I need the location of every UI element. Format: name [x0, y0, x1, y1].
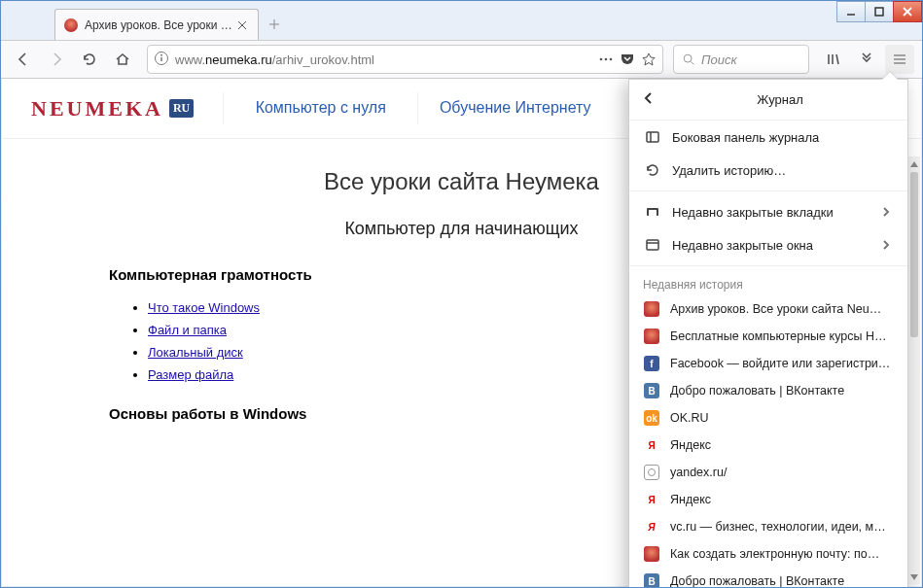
- search-placeholder: Поиск: [701, 52, 737, 67]
- content-link[interactable]: Размер файла: [148, 367, 233, 382]
- back-button[interactable]: [9, 45, 38, 74]
- nav-item-computer[interactable]: Компьютер с нуля: [223, 92, 417, 124]
- vertical-scrollbar[interactable]: [907, 156, 920, 585]
- favicon: ok: [643, 410, 660, 426]
- nav-item-internet[interactable]: Обучение Интернету: [417, 92, 612, 124]
- favicon: [643, 465, 660, 480]
- home-button[interactable]: [108, 45, 137, 74]
- scroll-down-icon[interactable]: [908, 570, 920, 585]
- favicon: [643, 329, 660, 344]
- history-sidebar-item[interactable]: Боковая панель журнала: [629, 121, 907, 154]
- app-menu-button[interactable]: [885, 45, 914, 74]
- history-panel: Журнал Боковая панель журнала Удалить ис…: [628, 79, 908, 588]
- svg-point-12: [605, 58, 608, 61]
- svg-point-13: [610, 58, 613, 61]
- library-button[interactable]: [819, 45, 848, 74]
- navigation-toolbar: www.neumeka.ru/arhiv_urokov.html Поиск: [1, 40, 922, 79]
- history-entry[interactable]: BДобро пожаловать | ВКонтакте: [629, 377, 907, 404]
- recently-closed-windows[interactable]: Недавно закрытые окна: [629, 228, 907, 261]
- overflow-button[interactable]: [852, 45, 881, 74]
- svg-rect-1: [875, 8, 883, 16]
- history-entry[interactable]: ЯЯндекс: [629, 432, 907, 459]
- browser-window: Архив уроков. Все уроки сайт www.neumeka…: [0, 0, 923, 588]
- site-logo[interactable]: NEUMEKA RU: [2, 96, 223, 121]
- separator: [629, 265, 907, 266]
- svg-rect-28: [649, 210, 657, 216]
- favicon: B: [643, 383, 660, 398]
- scroll-up-icon[interactable]: [908, 156, 920, 172]
- clear-history-item[interactable]: Удалить историю…: [629, 154, 907, 187]
- svg-point-11: [600, 58, 603, 61]
- svg-point-15: [684, 54, 692, 62]
- svg-marker-23: [910, 161, 918, 167]
- history-entry[interactable]: Бесплатные компьютерные курсы Н…: [629, 323, 907, 350]
- site-info-icon[interactable]: [154, 51, 169, 69]
- active-tab[interactable]: Архив уроков. Все уроки сайт: [54, 9, 259, 40]
- address-bar[interactable]: www.neumeka.ru/arhiv_urokov.html: [147, 45, 663, 74]
- new-tab-button[interactable]: [259, 9, 290, 40]
- forward-button[interactable]: [42, 45, 71, 74]
- bookmark-star-icon[interactable]: [641, 52, 657, 67]
- chevron-right-icon: [880, 239, 894, 251]
- separator: [629, 190, 907, 191]
- favicon: Я: [643, 437, 660, 453]
- favicon: Я: [643, 519, 660, 535]
- svg-line-19: [836, 54, 838, 64]
- history-entry[interactable]: Яvc.ru — бизнес, технологии, идеи, м…: [629, 513, 907, 540]
- svg-line-16: [692, 62, 694, 65]
- panel-back-button[interactable]: [641, 90, 664, 109]
- clock-back-icon: [643, 162, 662, 178]
- tab-favicon: [63, 17, 79, 33]
- history-entry[interactable]: fFacebook — войдите или зарегистри…: [629, 350, 907, 377]
- recently-closed-tabs[interactable]: Недавно закрытые вкладки: [629, 195, 907, 228]
- content-link[interactable]: Файл и папка: [148, 323, 227, 337]
- logo-badge: RU: [169, 99, 194, 118]
- chevron-right-icon: [880, 206, 894, 218]
- history-entry[interactable]: okOK.RU: [629, 404, 907, 432]
- tab-title: Архив уроков. Все уроки сайт: [85, 18, 234, 32]
- reload-button[interactable]: [75, 45, 104, 74]
- panel-title: Журнал: [664, 92, 896, 107]
- favicon: Я: [643, 492, 660, 507]
- history-entry[interactable]: ЯЯндекс: [629, 486, 907, 513]
- favicon: [643, 546, 660, 562]
- history-entry[interactable]: Как создать электронную почту: по…: [629, 540, 907, 568]
- minimize-button[interactable]: [836, 1, 866, 22]
- tab-bar: Архив уроков. Все уроки сайт: [1, 1, 922, 40]
- svg-point-10: [160, 53, 162, 55]
- svg-marker-14: [643, 53, 655, 65]
- tab-icon: [643, 204, 662, 220]
- window-controls: [837, 1, 922, 22]
- pocket-icon[interactable]: [620, 52, 635, 67]
- history-entry[interactable]: Архив уроков. Все уроки сайта Neu…: [629, 295, 907, 323]
- history-entry[interactable]: yandex.ru/: [629, 459, 907, 486]
- favicon: [643, 301, 660, 317]
- svg-rect-25: [647, 132, 658, 142]
- svg-rect-29: [647, 240, 658, 250]
- sidebar-icon: [643, 129, 662, 145]
- history-entry[interactable]: BДобро пожаловать | ВКонтакте: [629, 568, 907, 588]
- scrollbar-thumb[interactable]: [910, 172, 918, 337]
- history-panel-header: Журнал: [629, 80, 907, 121]
- tab-close-icon[interactable]: [234, 19, 250, 31]
- favicon: f: [643, 356, 660, 371]
- url-text: www.neumeka.ru/arhiv_urokov.html: [175, 52, 598, 67]
- window-icon: [643, 237, 662, 253]
- maximize-button[interactable]: [865, 1, 894, 22]
- recent-history-header: Недавняя история: [629, 270, 907, 295]
- content-link[interactable]: Что такое Windows: [148, 300, 260, 315]
- svg-marker-24: [910, 574, 918, 580]
- content-link[interactable]: Локальный диск: [148, 345, 243, 360]
- page-actions-icon[interactable]: [598, 52, 614, 67]
- close-window-button[interactable]: [893, 1, 922, 22]
- favicon: B: [643, 573, 660, 588]
- search-box[interactable]: Поиск: [673, 45, 809, 74]
